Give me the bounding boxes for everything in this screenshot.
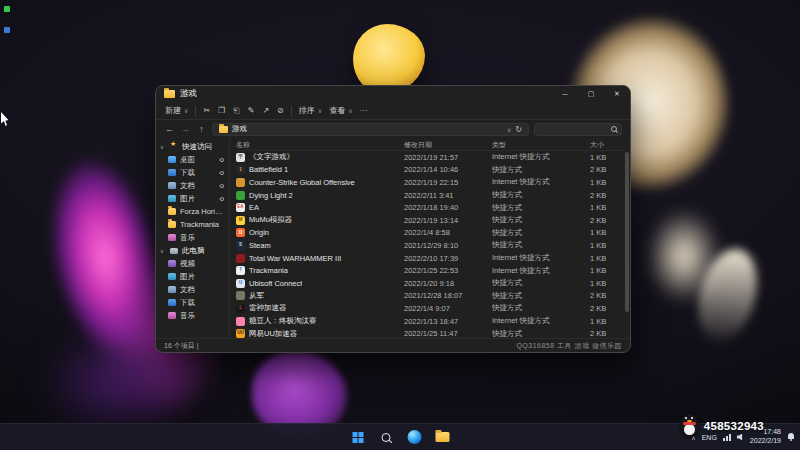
scrollbar-thumb[interactable] [625, 152, 629, 312]
sidebar-item-videos[interactable]: 视频 [156, 257, 229, 270]
qq-penguin-icon [680, 414, 699, 437]
start-button[interactable] [347, 426, 370, 449]
more-options-button[interactable]: ··· [360, 106, 368, 115]
folder-icon [164, 90, 175, 98]
cut-icon[interactable]: ✂ [203, 106, 210, 116]
sidebar-item-trackmania[interactable]: Trackmania [156, 218, 229, 231]
back-button[interactable]: ← [164, 124, 175, 134]
close-button[interactable]: ✕ [604, 86, 630, 102]
doc-icon [168, 286, 176, 293]
file-date-modified: 2022/1/4 9:07 [404, 304, 492, 313]
file-row[interactable]: L雷神加速器2022/1/4 9:07快捷方式2 KB [236, 302, 624, 315]
new-button[interactable]: 新建 ∨ [165, 105, 188, 116]
file-date-modified: 2022/1/19 21:57 [404, 153, 492, 162]
sidebar-item-forza-horizon[interactable]: Forza Horizon [156, 205, 229, 218]
file-date-modified: 2022/1/19 22:15 [404, 178, 492, 187]
file-name: 糖豆人：终极淘汰赛 [249, 316, 317, 326]
sort-button[interactable]: 排序 ∨ [299, 105, 322, 116]
minimize-button[interactable]: ─ [552, 86, 578, 102]
file-row[interactable]: EAEA2022/1/18 19:40快捷方式1 KB [236, 201, 624, 214]
file-icon: M [236, 216, 245, 225]
file-row[interactable]: 1Battlefield 12022/1/14 10:46快捷方式2 KB [236, 164, 624, 177]
chevron-down-icon[interactable]: ∨ [507, 126, 511, 133]
file-date-modified: 2022/1/4 8:58 [404, 228, 492, 237]
notifications-bell-icon[interactable] [787, 433, 795, 441]
file-type: Internet 快捷方式 [492, 253, 590, 263]
file-name: Ubisoft Connect [249, 279, 302, 288]
file-row[interactable]: Counter-Strike Global Offensive2022/1/19… [236, 176, 624, 189]
file-size: 2 KB [590, 329, 624, 338]
watermark-text: QQ316858 工具 游戏 微信乐园 [516, 341, 622, 351]
file-row[interactable]: 从军2021/12/28 18:07快捷方式2 KB [236, 290, 624, 303]
chevron-down-icon: ∨ [318, 107, 322, 114]
file-row[interactable]: TTrackmania2022/1/25 22:53Internet 快捷方式1… [236, 264, 624, 277]
paste-icon[interactable]: ⎗ [233, 106, 239, 116]
file-row[interactable]: Dying Light 22022/2/11 3:41快捷方式2 KB [236, 189, 624, 202]
address-bar: ← → ↑ 游戏 ∨ ↻ [156, 120, 630, 138]
maximize-button[interactable]: ▢ [578, 86, 604, 102]
file-icon: UU [236, 329, 245, 338]
breadcrumb[interactable]: 游戏 ∨ ↻ [212, 123, 529, 136]
file-size: 1 KB [590, 254, 624, 263]
file-date-modified: 2022/1/25 11:47 [404, 329, 492, 338]
forward-button[interactable]: → [180, 124, 191, 134]
column-header-name[interactable]: 名称 [236, 140, 404, 150]
sidebar-item-label: 音乐 [180, 311, 195, 321]
file-size: 2 KB [590, 191, 624, 200]
file-list-area: 名称 修改日期 类型 大小 字《文字游戏》2022/1/19 21:57Inte… [230, 138, 630, 338]
title-bar[interactable]: 游戏 ─ ▢ ✕ [156, 86, 630, 102]
desktop-icon [168, 156, 176, 163]
file-icon: S [236, 241, 245, 250]
sidebar-item-downloads-pc[interactable]: 下载 [156, 296, 229, 309]
tray-date: 2022/2/19 [750, 437, 781, 446]
sidebar-item-music[interactable]: 音乐 [156, 231, 229, 244]
file-row[interactable]: Total War WARHAMMER III2022/2/10 17:39In… [236, 252, 624, 265]
file-row[interactable]: 糖豆人：终极淘汰赛2022/1/13 18:47Internet 快捷方式1 K… [236, 315, 624, 328]
file-row[interactable]: UU网易UU加速器2022/1/25 11:47快捷方式2 KB [236, 327, 624, 338]
music-icon [168, 312, 176, 319]
rename-icon[interactable]: ✎ [248, 106, 255, 116]
taskbar-edge-button[interactable] [403, 426, 426, 449]
sidebar-item-documents-pc[interactable]: 文档 [156, 283, 229, 296]
up-button[interactable]: ↑ [196, 124, 207, 134]
file-explorer-icon [435, 432, 449, 442]
explorer-window: 游戏 ─ ▢ ✕ 新建 ∨ ✂❐⎗✎↗⊘ 排序 ∨ 查看 ∨ ··· ← → ↑… [155, 85, 631, 353]
share-icon[interactable]: ↗ [262, 106, 269, 116]
file-icon: U [236, 279, 245, 288]
sidebar-item-downloads[interactable]: 下载 [156, 166, 229, 179]
column-header-type[interactable]: 类型 [492, 140, 590, 150]
view-button[interactable]: 查看 ∨ [329, 105, 352, 116]
file-type: 快捷方式 [492, 291, 590, 301]
search-box[interactable] [534, 123, 622, 136]
file-date-modified: 2022/1/19 13:14 [404, 216, 492, 225]
sidebar-item-documents[interactable]: 文档 [156, 179, 229, 192]
taskbar-search-button[interactable] [375, 426, 398, 449]
taskbar-explorer-button[interactable] [431, 426, 454, 449]
sidebar-item-label: 桌面 [180, 155, 195, 165]
sidebar-section[interactable]: ∨此电脑 [156, 244, 229, 257]
sidebar-section[interactable]: ∨快速访问 [156, 140, 229, 153]
tray-time: 17:48 [763, 428, 781, 437]
sidebar-item-pictures[interactable]: 图片 [156, 192, 229, 205]
file-row[interactable]: MMuMu模拟器2022/1/19 13:14快捷方式2 KB [236, 214, 624, 227]
file-row[interactable]: UUbisoft Connect2022/1/20 9:18快捷方式1 KB [236, 277, 624, 290]
sidebar-item-desktop[interactable]: 桌面 [156, 153, 229, 166]
file-row[interactable]: SSteam2021/12/29 8:10快捷方式1 KB [236, 239, 624, 252]
delete-icon[interactable]: ⊘ [277, 106, 284, 116]
file-date-modified: 2022/2/10 17:39 [404, 254, 492, 263]
file-date-modified: 2022/2/11 3:41 [404, 191, 492, 200]
search-input[interactable] [539, 126, 611, 133]
scrollbar[interactable] [625, 152, 629, 334]
file-list: 字《文字游戏》2022/1/19 21:57Internet 快捷方式1 KB1… [236, 151, 624, 338]
column-header-date[interactable]: 修改日期 [404, 140, 492, 150]
file-row[interactable]: OOrigin2022/1/4 8:58快捷方式1 KB [236, 227, 624, 240]
column-header-size[interactable]: 大小 [590, 140, 624, 150]
sidebar-item-pictures-pc[interactable]: 图片 [156, 270, 229, 283]
star-icon [170, 143, 178, 150]
file-row[interactable]: 字《文字游戏》2022/1/19 21:57Internet 快捷方式1 KB [236, 151, 624, 164]
refresh-icon[interactable]: ↻ [515, 125, 522, 134]
qq-number: 458532943 [704, 420, 764, 432]
file-icon: O [236, 228, 245, 237]
sidebar-item-music-pc[interactable]: 音乐 [156, 309, 229, 322]
copy-icon[interactable]: ❐ [218, 106, 225, 116]
